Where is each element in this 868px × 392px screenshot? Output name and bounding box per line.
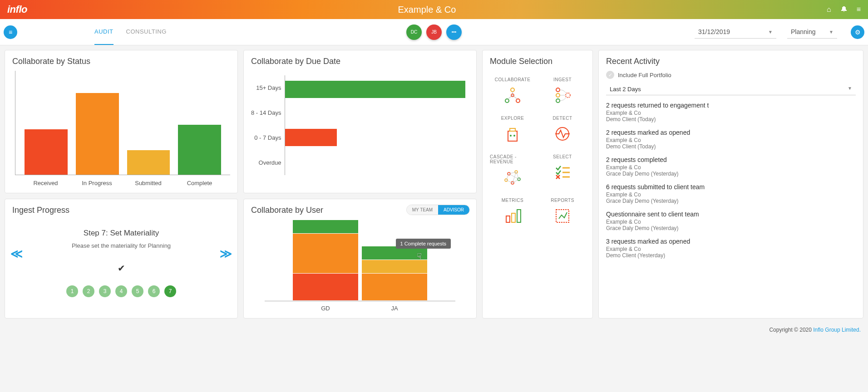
footer-link[interactable]: Inflo Group Limited. <box>813 327 861 333</box>
user-col-ja[interactable] <box>362 246 427 301</box>
svg-point-6 <box>556 99 560 103</box>
status-chart[interactable] <box>15 71 230 175</box>
activity-item[interactable]: 2 requests completed Example & Co Grace … <box>606 156 853 177</box>
svg-rect-21 <box>506 216 510 222</box>
activity-list[interactable]: 2 requests returned to engagement t Exam… <box>606 102 856 312</box>
step-2[interactable]: 2 <box>83 285 94 297</box>
step-1[interactable]: 1 <box>66 285 78 297</box>
home-icon[interactable]: ⌂ <box>827 5 831 14</box>
step-6[interactable]: 6 <box>148 285 160 297</box>
panel-title-modules: Module Selection <box>490 57 585 66</box>
activity-title: 2 requests marked as opened <box>606 129 853 136</box>
bar-submitted[interactable] <box>127 150 170 175</box>
activity-title: 3 requests marked as opened <box>606 238 853 245</box>
explore-icon <box>502 123 523 144</box>
activity-detail: Grace Daly Demo (Yesterday) <box>606 171 853 177</box>
phase-value: Planning <box>791 28 816 35</box>
module-collaborate[interactable]: COLLABORATE <box>490 77 535 106</box>
select-icon <box>552 162 573 183</box>
activity-title: 2 requests returned to engagement t <box>606 102 853 109</box>
topbar: inflo Example & Co ⌂ 🔔︎ ≡ <box>0 0 868 19</box>
activity-detail: Grace Daly Demo (Yesterday) <box>606 225 853 231</box>
avatar-row: DC JB ••• <box>406 24 462 40</box>
activity-title: 2 requests completed <box>606 156 853 163</box>
cascade-icon <box>502 167 523 188</box>
activity-client: Example & Co <box>606 219 853 225</box>
due-labels: 15+ Days 8 - 14 Days 0 - 7 Days Overdue <box>251 75 285 175</box>
svg-point-0 <box>511 88 514 92</box>
range-value: Last 2 Days <box>610 86 641 93</box>
activity-item[interactable]: 2 requests returned to engagement t Exam… <box>606 102 853 122</box>
bar-received[interactable] <box>25 129 68 175</box>
activity-client: Example & Co <box>606 137 853 143</box>
toolbar-right: 31/12/2019 ▼ Planning ▼ <box>695 25 837 39</box>
label-received: Received <box>24 180 67 186</box>
module-cascade[interactable]: CASCADE - REVENUE <box>490 154 535 188</box>
copyright-text: Copyright © 2020 <box>769 327 813 333</box>
activity-item[interactable]: 2 requests marked as opened Example & Co… <box>606 129 853 150</box>
toggle-myteam[interactable]: MY TEAM <box>407 205 438 215</box>
avatar-dc[interactable]: DC <box>406 24 422 40</box>
label-inprogress: In Progress <box>75 180 118 186</box>
module-label: DETECT <box>553 116 572 121</box>
reports-icon <box>552 206 573 226</box>
ingest-icon <box>552 85 573 106</box>
bell-icon[interactable]: 🔔︎ <box>840 5 848 14</box>
panel-user: Collaborate by User MY TEAM ADVISOR 1 Co… <box>243 199 477 318</box>
panel-modules: Module Selection COLLABORATE INGEST EXPL… <box>482 50 593 318</box>
portfolio-checkbox[interactable]: ✓ Include Full Portfolio <box>606 71 856 79</box>
activity-item[interactable]: 3 requests marked as opened Example & Co… <box>606 238 853 259</box>
activity-detail: Demo Client (Today) <box>606 143 853 150</box>
module-label: INGEST <box>553 77 572 82</box>
due-label-over: Overdue <box>251 159 281 166</box>
svg-point-4 <box>556 88 560 92</box>
tab-audit[interactable]: AUDIT <box>94 19 113 45</box>
panel-title-ingest: Ingest Progress <box>12 206 230 215</box>
due-bar-15[interactable] <box>285 81 465 98</box>
phase-dropdown[interactable]: Planning ▼ <box>787 25 837 39</box>
chevron-down-icon: ▼ <box>848 86 852 93</box>
step-4[interactable]: 4 <box>115 285 127 297</box>
step-7[interactable]: 7 <box>164 285 176 297</box>
label-complete: Complete <box>178 180 221 186</box>
due-bars <box>285 75 469 175</box>
user-chart[interactable]: 1 Complete requests ☟ <box>265 220 455 301</box>
activity-title: 6 requests submitted to client team <box>606 183 853 191</box>
module-metrics[interactable]: METRICS <box>490 198 535 226</box>
user-label-gd: GD <box>293 305 358 312</box>
ingest-prev-icon[interactable]: ≪ <box>10 247 23 261</box>
panel-due: Collaborate by Due Date 15+ Days 8 - 14 … <box>243 50 477 193</box>
activity-item[interactable]: Questionnaire sent to client team Exampl… <box>606 211 853 231</box>
logo: inflo <box>7 4 27 15</box>
step-3[interactable]: 3 <box>99 285 111 297</box>
ingest-next-icon[interactable]: ≫ <box>220 247 232 261</box>
gear-button[interactable]: ⚙ <box>851 25 864 39</box>
module-reports[interactable]: REPORTS <box>540 198 585 226</box>
due-label-15: 15+ Days <box>251 84 281 91</box>
menu-icon[interactable]: ≡ <box>857 5 861 14</box>
tabs: AUDIT CONSULTING <box>94 19 167 45</box>
tab-consulting[interactable]: CONSULTING <box>126 19 167 45</box>
bar-complete[interactable] <box>178 125 221 175</box>
module-ingest[interactable]: INGEST <box>540 77 585 106</box>
activity-title: Questionnaire sent to client team <box>606 211 853 218</box>
toggle-advisor[interactable]: ADVISOR <box>438 205 469 215</box>
collaborate-icon <box>502 85 523 106</box>
due-bar-07[interactable] <box>285 129 336 146</box>
activity-item[interactable]: 6 requests submitted to client team Exam… <box>606 183 853 204</box>
page-title: Example & Co <box>27 5 827 15</box>
bar-inprogress[interactable] <box>76 93 119 175</box>
module-explore[interactable]: EXPLORE <box>490 116 535 144</box>
avatar-more[interactable]: ••• <box>446 24 462 40</box>
step-5[interactable]: 5 <box>132 285 143 297</box>
avatar-jb[interactable]: JB <box>426 24 442 40</box>
module-select[interactable]: SELECT <box>540 154 585 188</box>
user-col-gd[interactable] <box>293 220 358 301</box>
portfolio-label: Include Full Portfolio <box>618 72 671 78</box>
due-chart[interactable]: 15+ Days 8 - 14 Days 0 - 7 Days Overdue <box>251 71 469 175</box>
date-dropdown[interactable]: 31/12/2019 ▼ <box>695 25 776 39</box>
module-detect[interactable]: DETECT <box>540 116 585 144</box>
hamburger-button[interactable]: ≡ <box>4 25 17 39</box>
activity-range-dropdown[interactable]: Last 2 Days ▼ <box>606 83 856 95</box>
topbar-icons: ⌂ 🔔︎ ≡ <box>827 5 861 14</box>
